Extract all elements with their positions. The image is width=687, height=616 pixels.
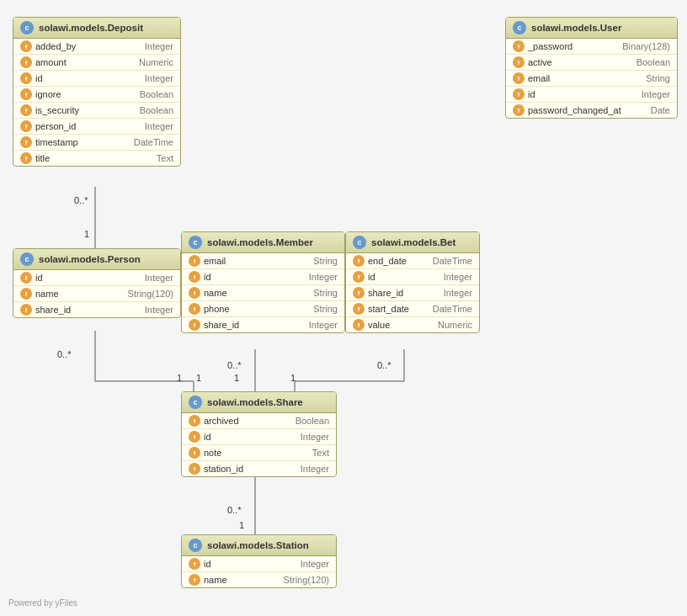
field-icon: f [513,104,525,116]
entity-member: c solawi.models.Member f email String f … [181,231,345,333]
field-name: id [204,559,297,569]
field-icon: f [20,120,32,132]
deposit-field-is_security: f is_security Boolean [13,103,180,119]
entity-person-header: c solawi.models.Person [13,249,180,270]
field-name: email [528,73,642,83]
powered-by-label: Powered by yFiles [8,598,77,608]
field-name: archived [204,416,292,426]
field-type: Boolean [140,105,173,115]
label-share-station-1: 1 [239,520,244,530]
field-type: String [646,73,670,83]
field-type: Integer [444,272,472,282]
field-name: share_id [368,288,440,298]
field-type: String(120) [284,575,329,585]
label-member-share-1b: 1 [234,373,239,383]
label-deposit-person-1: 1 [84,229,89,239]
field-icon: f [189,574,200,586]
field-type: Integer [145,121,173,131]
field-type: Binary(128) [622,41,670,51]
deposit-field-person_id: f person_id Integer [13,119,180,135]
label-member-share-1a: 1 [196,373,201,383]
field-type: Boolean [296,416,329,426]
deposit-field-timestamp: f timestamp DateTime [13,135,180,151]
field-type: String [313,256,338,266]
field-icon: f [353,319,365,331]
entity-user-header: c solawi.models.User [506,18,677,39]
bet-field-start_date: f start_date DateTime [346,301,479,317]
deposit-field-amount: f amount Numeric [13,55,180,71]
field-icon: f [20,152,32,164]
person-field-id: f id Integer [13,270,180,286]
field-name: end_date [368,256,429,266]
person-icon: c [20,252,34,266]
field-icon: f [189,447,200,459]
member-field-email: f email String [182,253,344,269]
deposit-field-title: f title Text [13,151,180,166]
field-name: title [35,153,153,163]
diagram-container: c solawi.models.Deposit f added_by Integ… [0,0,687,616]
field-name: station_id [204,464,297,474]
entity-deposit-header: c solawi.models.Deposit [13,18,180,39]
field-name: value [368,320,434,330]
entity-bet-title: solawi.models.Bet [371,237,455,247]
field-icon: f [353,303,365,315]
deposit-icon: c [20,21,34,35]
field-name: email [204,256,310,266]
field-type: Integer [145,305,173,315]
label-person-share-0n: 0..* [57,349,72,359]
member-field-id: f id Integer [182,269,344,285]
field-name: note [204,448,309,458]
station-field-id: f id Integer [182,556,336,572]
bet-icon: c [353,236,366,249]
user-field-password_changed_at: f password_changed_at Date [506,103,677,118]
field-name: timestamp [35,137,130,147]
field-type: Integer [301,559,329,569]
field-type: Numeric [438,320,472,330]
station-field-name: f name String(120) [182,572,336,587]
field-name: password_changed_at [528,105,647,115]
field-name: share_id [35,305,141,315]
member-icon: c [189,236,202,249]
field-type: Integer [301,464,329,474]
field-type: Integer [309,272,338,282]
field-icon: f [189,287,200,299]
entity-share-title: solawi.models.Share [207,397,303,407]
deposit-field-id: f id Integer [13,71,180,87]
field-name: id [35,273,141,283]
member-field-share_id: f share_id Integer [182,317,344,332]
deposit-field-added_by: f added_by Integer [13,39,180,55]
label-deposit-person-0n: 0..* [74,195,88,205]
field-icon: f [20,56,32,68]
label-share-station-0n: 0..* [227,505,242,515]
field-name: _password [528,41,619,51]
field-name: id [528,89,638,99]
entity-bet: c solawi.models.Bet f end_date DateTime … [345,231,480,333]
bet-field-value: f value Numeric [346,317,479,332]
entity-bet-header: c solawi.models.Bet [346,232,479,253]
field-name: id [35,73,141,83]
field-type: Integer [301,432,329,442]
share-field-id: f id Integer [182,429,336,445]
entity-station-title: solawi.models.Station [207,540,309,550]
label-person-share-1: 1 [177,373,182,383]
member-field-phone: f phone String [182,301,344,317]
field-icon: f [20,104,32,116]
field-icon: f [20,304,32,316]
label-bet-share-1: 1 [290,373,296,383]
field-icon: f [20,136,32,148]
field-name: active [528,57,633,67]
field-type: Integer [642,89,670,99]
field-name: added_by [35,41,141,51]
field-name: name [204,288,310,298]
field-icon: f [189,255,200,267]
field-icon: f [353,271,365,283]
field-type: Boolean [140,89,173,99]
field-name: person_id [35,121,141,131]
field-icon: f [189,319,200,331]
field-type: DateTime [433,304,472,314]
field-icon: f [513,88,525,100]
field-type: Integer [309,320,338,330]
field-type: String [313,288,338,298]
user-field-password: f _password Binary(128) [506,39,677,55]
entity-user-title: solawi.models.User [531,23,621,33]
